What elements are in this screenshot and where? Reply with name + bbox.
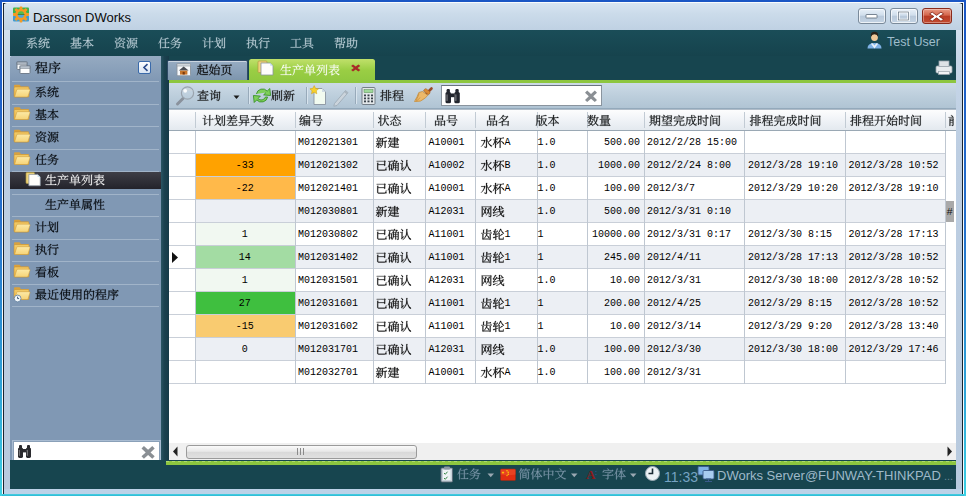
svg-text::: : [595, 469, 597, 476]
